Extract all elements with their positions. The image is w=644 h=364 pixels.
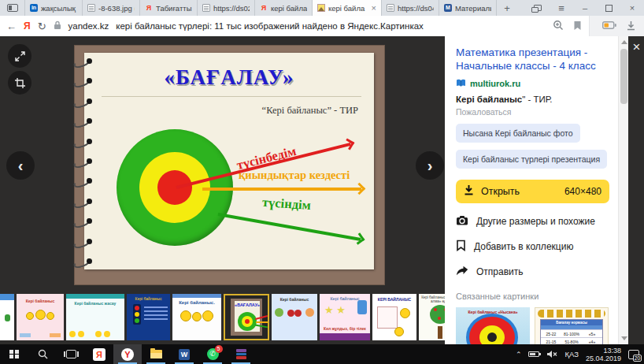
windows-logo-icon xyxy=(9,350,19,359)
url-host[interactable]: yandex.kz xyxy=(68,21,109,31)
thumb-motif xyxy=(0,294,14,300)
battery-icon[interactable] xyxy=(528,351,539,357)
tab-close-icon[interactable]: × xyxy=(372,4,376,13)
scrollbar-thumb[interactable] xyxy=(620,49,627,104)
refresh-button[interactable]: ↻ xyxy=(38,20,46,32)
spiral-coil xyxy=(73,77,97,84)
back-button[interactable]: ← xyxy=(6,20,17,32)
action-label: Добавить в коллекцию xyxy=(474,241,573,252)
share-button[interactable]: Отправить xyxy=(456,266,609,278)
taskbar-yandex-browser[interactable]: Y xyxy=(113,344,142,364)
thumbnail-keri-emoji[interactable]: КЕРІ БАЙЛАНЫС xyxy=(372,294,416,340)
taskbar-whatsapp[interactable]: ✆5 xyxy=(198,344,227,364)
tab-label: кері байла xyxy=(328,4,368,13)
tab-ds04[interactable]: https://ds04.in xyxy=(382,0,439,16)
next-image-button[interactable]: › xyxy=(416,151,444,180)
url-query-text[interactable]: кері байланыс түрлері: 11 тыс изображени… xyxy=(116,21,424,31)
scroll-up-icon[interactable] xyxy=(621,40,627,44)
action-center-icon[interactable]: 20 xyxy=(628,350,639,359)
thumb-motif xyxy=(255,325,268,328)
start-button[interactable] xyxy=(0,344,28,364)
similar-images-button[interactable]: Другие размеры и похожие xyxy=(456,215,609,228)
tab-label: кері байланы xyxy=(271,4,307,13)
add-to-collection-button[interactable]: Добавить в коллекцию xyxy=(456,240,609,254)
site-name: multiurok.ru xyxy=(470,79,520,88)
spiral-coil xyxy=(73,217,97,225)
bookmark-flag-icon[interactable] xyxy=(573,20,582,32)
query-chip[interactable]: Нысана Кері байланыс фото xyxy=(456,124,580,143)
thumbnail-stars[interactable]: Кері байланыс ★ ★ Кел жұлдыз, бір тілек xyxy=(320,294,370,340)
taskbar-yandex-app[interactable]: Я xyxy=(85,344,113,364)
crop-button[interactable] xyxy=(8,71,31,95)
main-image[interactable]: «БАҒАЛАУ» “Кері байланыс” - ТИР түсінбед… xyxy=(75,46,384,284)
window-minimize-button[interactable]: – xyxy=(573,0,597,16)
open-button[interactable]: Открыть 640×480 xyxy=(456,180,609,203)
tab-panel-button[interactable] xyxy=(0,0,25,16)
volume-muted-icon[interactable] xyxy=(546,347,557,362)
query-chip[interactable]: Кері байланыс түрлері презентация xyxy=(456,150,607,169)
document-icon xyxy=(387,4,394,12)
yandex-home-button[interactable]: Я xyxy=(24,20,31,32)
site-row[interactable]: multiurok.ru xyxy=(456,76,609,91)
related-image-grading-table[interactable]: Бағалау нормасы 25-2281-100%«5» 21-1551-… xyxy=(535,307,609,344)
image-size: 640×480 xyxy=(564,186,601,197)
tab-label: жақсылық к.а xyxy=(41,4,77,13)
tab-jpg[interactable]: -8-638.jpg (63 xyxy=(83,0,140,16)
fullscreen-button[interactable] xyxy=(8,44,31,68)
page-zoom-icon[interactable] xyxy=(553,20,564,32)
whatsapp-icon: ✆5 xyxy=(207,348,219,360)
related-images-grid: Кері байланыс «Нысана» Бағалау нормасы 2… xyxy=(456,307,609,344)
clock[interactable]: 13:38 25.04.2019 xyxy=(586,347,621,362)
yandex-browser-icon: Y xyxy=(121,348,134,361)
window-restore-button[interactable] xyxy=(597,0,620,16)
linkedin-icon: in xyxy=(30,4,38,12)
taskbar-file-explorer[interactable] xyxy=(142,344,170,364)
tab-label: https://ds02.in xyxy=(213,4,250,13)
thumbnail-traffic-light[interactable]: Кері байланыс xyxy=(127,294,170,340)
thumbnail-smileys-white[interactable]: Кері байланыс. xyxy=(172,294,221,340)
viewer-close-button[interactable]: × xyxy=(629,39,644,54)
tab-ds02[interactable]: https://ds02.in xyxy=(198,0,255,16)
arrow-green xyxy=(218,213,361,240)
turbo-battery-icon[interactable] xyxy=(602,21,616,31)
thumbnail-partial[interactable] xyxy=(0,294,14,340)
arrow-head xyxy=(353,232,365,244)
thumb-motif: «БАҒАЛАУ» xyxy=(231,299,262,336)
tab-label: -8-638.jpg (63 xyxy=(98,4,135,13)
tab-materialy[interactable]: М Материалы - xyxy=(439,0,497,16)
image-info-panel: Математика презентация - Начальные класс… xyxy=(445,36,628,344)
report-link[interactable]: Пожаловаться xyxy=(456,107,609,117)
tab-groups-button[interactable] xyxy=(526,0,550,16)
hidden-icons-chevron[interactable]: ⌃ xyxy=(516,351,522,358)
target-bullseye xyxy=(157,170,192,205)
downloads-icon[interactable] xyxy=(626,20,636,32)
keyboard-language[interactable]: ҚАЗ xyxy=(564,350,579,358)
browser-menu-button[interactable]: ≡ xyxy=(550,0,573,16)
browser-tab-bar: in жақсылық к.а -8-638.jpg (63 Я Табиғат… xyxy=(0,0,644,16)
tab-keri-bailanys-active[interactable]: кері байла × xyxy=(313,0,382,16)
search-icon xyxy=(38,349,48,359)
smiley-motif xyxy=(394,327,404,336)
result-title-link[interactable]: Математика презентация - Начальные класс… xyxy=(456,46,609,72)
related-image-nysana[interactable]: Кері байланыс «Нысана» xyxy=(456,307,530,344)
prev-image-button[interactable]: ‹ xyxy=(6,151,35,180)
tab-linkedin[interactable]: in жақсылық к.а xyxy=(25,0,83,16)
new-tab-button[interactable]: + xyxy=(497,0,517,16)
image-viewer: «БАҒАЛАУ» “Кері байланыс” - ТИР түсінбед… xyxy=(0,36,644,344)
panel-scrollbar[interactable] xyxy=(618,36,628,344)
thumbnail-smileys-pink[interactable]: Кері байланыс xyxy=(17,294,64,340)
thumb-motif xyxy=(357,300,367,314)
tab-tabigatty[interactable]: Я Табиғатты қор xyxy=(140,0,198,16)
tab-keri-bailanys-search[interactable]: Я кері байланы xyxy=(255,0,313,16)
thumbnail-selected-bagalau[interactable]: «БАҒАЛАУ» xyxy=(224,294,269,340)
spiral-coil xyxy=(73,198,97,205)
taskbar-winrar[interactable] xyxy=(227,344,255,364)
task-view-button[interactable] xyxy=(57,344,85,364)
thumbnail-fruits[interactable]: Кері байланыс xyxy=(272,294,317,340)
thumbnail-zhasau[interactable]: Кері байланыс жасау xyxy=(66,294,124,340)
scroll-down-icon[interactable] xyxy=(621,336,627,340)
window-close-button[interactable]: × xyxy=(620,0,644,16)
taskbar-search-button[interactable] xyxy=(28,344,57,364)
taskbar-word[interactable]: W xyxy=(170,344,198,364)
mini-target-motif xyxy=(238,312,257,331)
